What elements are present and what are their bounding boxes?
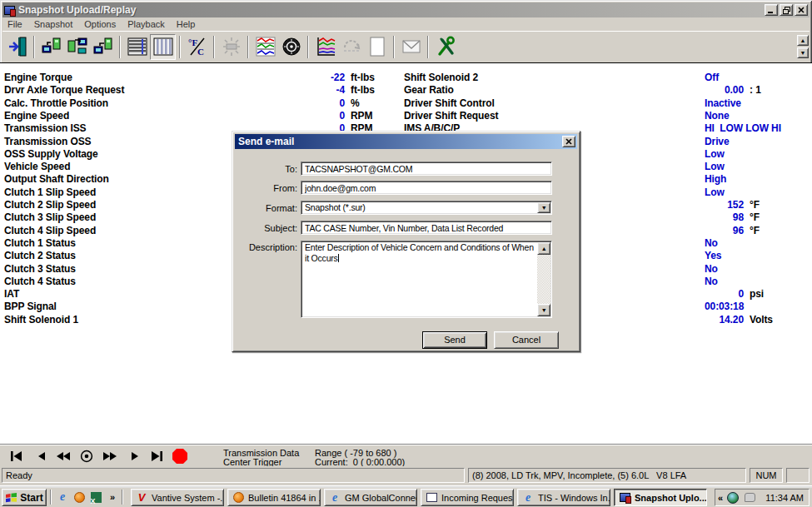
chevron-down-icon[interactable]: ▼ [537, 202, 550, 213]
messenger-icon[interactable] [743, 491, 756, 505]
status-num-lock: NUM [750, 468, 783, 483]
data-row[interactable]: Engine Speed0RPMDriver Shift RequestNone [0, 110, 812, 122]
replay-icon[interactable] [338, 34, 364, 60]
menu-options[interactable]: Options [79, 18, 122, 30]
param-name: BPP Signal [4, 301, 57, 312]
new-file-icon[interactable] [364, 34, 390, 60]
scroll-down-icon[interactable]: ▼ [537, 304, 550, 316]
from-field[interactable] [301, 181, 552, 195]
toolbar-scroll-down-icon[interactable]: ▼ [797, 47, 809, 58]
led-display-icon[interactable] [218, 34, 244, 60]
taskbar-task[interactable]: Bulletin 41864 in ... [227, 489, 321, 506]
transfer-files-icon[interactable] [64, 34, 90, 60]
toolbar-separator [427, 36, 429, 58]
subject-field[interactable] [301, 221, 552, 235]
start-button[interactable]: Start [2, 489, 47, 506]
param-unit: % [351, 97, 360, 109]
param-name: Driver Shift Control [404, 97, 495, 109]
fahrenheit-celsius-icon[interactable]: °F C [184, 34, 210, 60]
param-name: Shift Solenoid 1 [4, 314, 78, 326]
ball-icon [232, 491, 245, 505]
format-selected-value: Snapshot (*.sur) [305, 202, 366, 212]
network-globe-icon[interactable] [726, 491, 740, 505]
ie-icon [521, 491, 535, 505]
play-icon[interactable] [125, 448, 145, 465]
toolbar-separator [247, 36, 249, 58]
taskbar-task[interactable]: GM GlobalConnec... [324, 489, 417, 506]
excel-quicklaunch-icon[interactable] [88, 490, 103, 505]
column-view-icon[interactable] [150, 34, 176, 60]
cancel-button[interactable]: Cancel [494, 331, 559, 349]
scroll-up-icon[interactable]: ▲ [537, 242, 550, 255]
upload-to-pc-icon[interactable] [38, 34, 64, 60]
skip-start-icon[interactable] [7, 448, 27, 465]
skip-end-icon[interactable] [147, 448, 167, 465]
param-name: IAT [4, 288, 19, 300]
fast-forward-icon[interactable] [100, 448, 120, 465]
close-button[interactable] [795, 4, 808, 16]
tools-icon[interactable] [432, 34, 458, 60]
ie-quicklaunch-icon[interactable] [55, 490, 70, 505]
email-icon[interactable] [398, 34, 424, 60]
description-text: Enter Description of Vehicle Concern and… [305, 242, 534, 263]
quicklaunch-overflow-chevron[interactable]: » [105, 490, 120, 505]
toolbar-separator [119, 36, 121, 58]
center-trigger-icon[interactable] [77, 448, 97, 465]
param-name: Output Shaft Direction [4, 173, 109, 185]
toolbar-separator [33, 36, 35, 58]
taskbar-task[interactable]: Snapshot Uplo... [614, 489, 707, 506]
task-label: Vantive System -... [152, 493, 224, 503]
gauge-icon[interactable] [278, 34, 304, 60]
param-name: Driver Shift Request [404, 110, 498, 122]
param-unit: RPM [351, 110, 372, 122]
rewind-icon[interactable] [53, 448, 73, 465]
param-value: High [705, 173, 726, 185]
dialog-titlebar: Send e-mail [235, 134, 577, 149]
system-tray: « 11:34 AM [715, 489, 810, 506]
param-name: Transmission ISS [4, 122, 86, 134]
dialog-close-button[interactable] [562, 136, 575, 147]
taskbar-divider [122, 490, 123, 505]
send-button[interactable]: Send [422, 331, 487, 349]
window-title: Snapshot Upload/Replay [18, 4, 763, 16]
menu-help[interactable]: Help [172, 18, 202, 30]
svg-text:C: C [197, 47, 204, 57]
row-view-icon[interactable] [124, 34, 150, 60]
to-field[interactable] [301, 162, 552, 176]
taskbar-task[interactable]: Vantive System -... [131, 489, 224, 506]
menu-file[interactable]: File [2, 18, 29, 30]
data-row[interactable]: Drvr Axle Torque Request-4ft-lbsGear Rat… [0, 84, 812, 97]
tray-chevron[interactable]: « [718, 493, 723, 503]
taskbar-task[interactable]: TIS - Windows In... [517, 489, 610, 506]
taskbar-task[interactable]: Incoming Reques... [421, 489, 514, 506]
menu-playback[interactable]: Playback [122, 18, 172, 30]
send-email-dialog: Send e-mail To: From: Format: Snapshot (… [232, 131, 580, 352]
stop-record-icon[interactable] [170, 448, 190, 465]
vantive-icon [135, 491, 148, 505]
format-dropdown[interactable]: Snapshot (*.sur) ▼ [301, 201, 552, 215]
task-label: GM GlobalConnec... [345, 493, 417, 503]
param-value: None [705, 110, 730, 122]
description-scrollbar[interactable]: ▲ ▼ [537, 242, 550, 316]
download-to-device-icon[interactable] [90, 34, 116, 60]
step-back-icon[interactable] [32, 448, 52, 465]
param-value: 152 [705, 199, 744, 211]
toolbar-scroll-up-icon[interactable]: ▲ [797, 35, 809, 46]
strip-chart-icon[interactable] [252, 34, 278, 60]
menu-snapshot[interactable]: Snapshot [29, 18, 79, 30]
description-field[interactable]: Enter Description of Vehicle Concern and… [301, 241, 552, 318]
ball-quicklaunch-icon[interactable] [72, 490, 87, 505]
restore-button[interactable] [780, 4, 793, 16]
param-unit: psi [750, 288, 764, 300]
exit-icon[interactable] [4, 34, 30, 60]
subject-label: Subject: [237, 223, 297, 233]
task-label: Snapshot Uplo... [635, 493, 707, 503]
line-graph-icon[interactable] [312, 34, 338, 60]
data-row[interactable]: Calc. Throttle Position0%Driver Shift Co… [0, 97, 812, 110]
minimize-button[interactable] [765, 4, 778, 16]
data-row[interactable]: Engine Torque-22ft-lbsShift Solenoid 2Of… [0, 72, 812, 84]
task-label: Incoming Reques... [441, 493, 514, 503]
from-label: From: [237, 183, 297, 193]
param-unit: °F [750, 211, 760, 223]
param-unit: °F [750, 199, 760, 211]
